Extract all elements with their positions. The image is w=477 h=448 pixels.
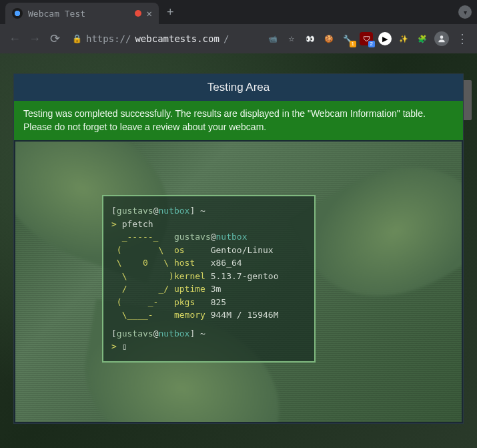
extensions-menu-icon[interactable]: 🧩 — [416, 32, 429, 45]
reload-button[interactable]: ⟳ — [47, 31, 63, 46]
webcam-favicon-icon — [12, 8, 23, 19]
forward-button[interactable]: → — [27, 32, 43, 46]
term-host: nutbox — [158, 206, 189, 216]
address-bar[interactable]: 🔒 https://webcamtests.com/ — [67, 33, 234, 44]
tab-close-button[interactable]: ✕ — [147, 8, 152, 19]
svg-point-0 — [440, 35, 444, 39]
terminal-in-webcam: [gustavs@nutbox] ~ > pfetch _-----_ gust… — [102, 195, 316, 363]
tab-title: Webcam Test — [28, 9, 85, 19]
extension-eyes-icon[interactable]: 👀 — [304, 32, 317, 45]
extension-youtube-icon[interactable]: ▶ — [378, 32, 392, 45]
pfetch-output: _-----_ gustavs@nutbox ( \ os Gentoo/Lin… — [111, 230, 306, 322]
success-message: Testing was completed successfully. The … — [14, 101, 463, 140]
testing-area-header: Testing Area — [14, 74, 463, 101]
ext-badge: 1 — [350, 41, 356, 47]
term-user: gustavs — [117, 206, 153, 216]
cursor-icon: ▯ — [122, 341, 127, 351]
lock-icon: 🔒 — [72, 34, 82, 43]
person-icon — [437, 34, 446, 43]
back-button[interactable]: ← — [7, 32, 23, 46]
webcam-preview: [gustavs@nutbox] ~ > pfetch _-----_ gust… — [15, 142, 462, 422]
new-tab-button[interactable]: + — [159, 5, 182, 19]
extension-ublock-icon[interactable]: 🛡2 — [360, 32, 373, 45]
recording-indicator-icon — [135, 10, 141, 17]
extension-hoppscotch-icon[interactable]: 🔧1 — [341, 32, 354, 45]
term-cmd: pfetch — [122, 219, 153, 229]
tabs-dropdown-button[interactable]: ▾ — [458, 5, 472, 19]
url-domain: webcamtests.com — [135, 33, 219, 44]
browser-chrome: Webcam Test ✕ + ▾ ← → ⟳ 🔒 https://webcam… — [0, 0, 477, 53]
testing-area-card: Testing Area Testing was completed succe… — [13, 73, 464, 424]
browser-toolbar: ← → ⟳ 🔒 https://webcamtests.com/ 📹 ☆ 👀 🍪… — [0, 24, 477, 53]
browser-tab[interactable]: Webcam Test ✕ — [5, 3, 159, 24]
extension-cookie-icon[interactable]: 🍪 — [322, 32, 336, 45]
extension-sponsor-icon[interactable]: ✨ — [397, 32, 410, 45]
camera-permission-icon[interactable]: 📹 — [266, 32, 280, 45]
page-content: Testing Area Testing was completed succe… — [0, 53, 477, 437]
url-scheme: https:// — [86, 33, 131, 44]
tab-strip: Webcam Test ✕ + ▾ — [0, 0, 477, 24]
url-path: / — [223, 33, 229, 44]
bookmark-star-icon[interactable]: ☆ — [285, 32, 298, 45]
ext-badge: 2 — [368, 41, 375, 47]
extension-icons: 📹 ☆ 👀 🍪 🔧1 🛡2 ▶ ✨ 🧩 ⋮ — [266, 31, 470, 46]
profile-avatar[interactable] — [434, 31, 449, 46]
browser-menu-button[interactable]: ⋮ — [454, 31, 470, 46]
